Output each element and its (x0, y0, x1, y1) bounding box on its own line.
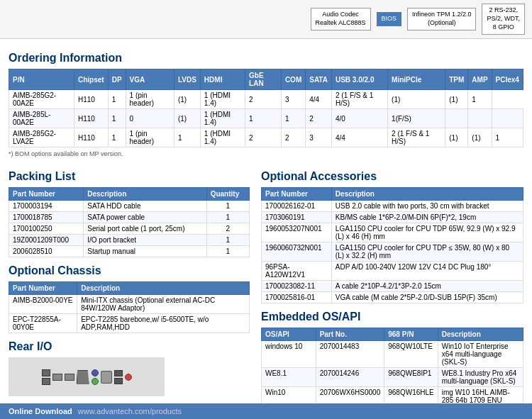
table-cell: 968QW10LTE (384, 341, 438, 368)
accessories-table: Part NumberDescription 1700026162-01USB … (261, 187, 523, 303)
audio-codec-box: Audio Codec Realtek ALC888S (311, 8, 371, 30)
gpio-box: 2 RS-232, PS/2, WDT, 8 GPIO (482, 4, 525, 34)
table-cell: Mini-ITX chassis (Optional external AC-D… (77, 295, 250, 314)
table-cell: 1 (206, 235, 249, 246)
table-row: 1700018785SATA power cable1 (9, 212, 250, 223)
table-row: WE8.12070014246968QWE8IP1WE8.1 Industry … (262, 368, 523, 387)
table-cell: 2 (245, 90, 282, 109)
table-row: 1960053207N001LGA1150 CPU cooler for CPU… (262, 223, 523, 242)
ordering-table: P/NChipsetDPVGALVDSHDMIGbE LANCOMSATAUSB… (9, 69, 523, 147)
table-cell: SATA HDD cable (84, 201, 206, 212)
table-cell: 1 (HDMI 1.4) (200, 109, 245, 128)
packing-col-header: Part Number (9, 188, 84, 201)
table-cell: 1 (pin header) (126, 128, 174, 147)
table-row: 1700003194SATA HDD cable1 (9, 201, 250, 212)
accessories-col-header: Description (331, 188, 523, 201)
ordering-col-header: MiniPCIe (388, 69, 445, 90)
table-cell: 1 (206, 212, 249, 223)
ordering-col-header: TPM (445, 69, 468, 90)
table-cell: 1 (108, 128, 126, 147)
table-cell (492, 109, 523, 128)
bios-box: BIOS (377, 12, 402, 26)
table-cell: 2 (306, 109, 332, 128)
table-cell: H110 (74, 109, 108, 128)
table-cell: (1) (174, 109, 200, 128)
table-cell: WE8.1 (262, 368, 316, 387)
packing-title: Packing List (9, 170, 250, 183)
table-cell: LGA1150 CPU cooler for CPU TDP 65W, 92.9… (331, 223, 523, 242)
os-title: Embedded OS/API (261, 311, 523, 323)
chassis-col-header: Description (77, 282, 250, 295)
table-row: 96PSA-A120W12V1ADP A/D 100-240V 120W 12V… (262, 262, 523, 281)
table-cell: (1) (174, 90, 200, 109)
table-cell: Win10 IoT Enterprise x64 multi-language … (438, 341, 523, 368)
left-column: Packing List Part NumberDescriptionQuant… (9, 163, 250, 419)
table-cell: 1 (492, 128, 523, 147)
os-col-header: Part No. (316, 328, 384, 341)
table-cell: EPC-T2285 barebone,w/ i5-6500TE, w/o ADP… (77, 314, 250, 333)
accessories-title: Optional Accessories (261, 170, 523, 183)
table-cell: 1 (108, 90, 126, 109)
table-cell: Startup manual (84, 246, 206, 257)
chassis-title: Optional Chassis (9, 264, 250, 277)
table-row: 19Z0001209T000I/O port bracket1 (9, 235, 250, 246)
table-cell: 1 (108, 109, 126, 128)
table-cell: 1700100250 (9, 223, 84, 235)
ordering-col-header: SATA (306, 69, 332, 90)
table-cell: 1 (HDMI 1.4) (200, 128, 245, 147)
table-row: 1960060732N001LGA1150 CPU cooler for CPU… (262, 242, 523, 262)
table-cell: ADP A/D 100-240V 120W 12V C14 DC Plug 18… (331, 262, 523, 281)
bottom-bar: Online Download www.advantech.com/produc… (0, 403, 532, 419)
ordering-col-header: PCIex4 (492, 69, 523, 90)
chassis-col-header: Part Number (9, 282, 77, 295)
table-cell: 1 (468, 90, 492, 109)
table-row: 1700026162-01USB 2.0 cable with two port… (262, 201, 523, 212)
table-cell: 4/4 (331, 128, 387, 147)
table-cell: 96PSA-A120W12V1 (262, 262, 332, 281)
top-diagram: Audio Codec Realtek ALC888S BIOS Infineo… (0, 0, 532, 39)
ordering-note: *) BOM options available on MP version. (9, 150, 523, 157)
table-cell: AIMB-285G2-00A2E (9, 90, 74, 109)
table-cell: 2 (1 F/S & 1 H/S) (331, 90, 387, 109)
ordering-title: Ordering Information (9, 52, 523, 65)
table-cell: H110 (74, 90, 108, 109)
table-row: AIMB-285G2-00A2EH11011 (pin header)(1)1 … (9, 90, 523, 109)
table-cell: I/O port bracket (84, 235, 206, 246)
table-cell: 1700023082-11 (262, 281, 332, 292)
table-cell: USB 2.0 cable with two ports, 30 cm with… (331, 201, 523, 212)
table-cell (468, 109, 492, 128)
chassis-table: Part NumberDescription AIMB-B2000-00YEMi… (9, 281, 250, 333)
table-cell (445, 109, 468, 128)
ordering-col-header: GbE LAN (245, 69, 282, 90)
table-cell: (1) (388, 90, 445, 109)
table-cell: 1 (174, 128, 200, 147)
tpm-box: Infineon TPM 1.2/2.0 (Optional) (407, 8, 476, 30)
table-cell: (1) (445, 128, 468, 147)
table-row: 1700025816-01VGA cable (M cable 2*5P-2.0… (262, 292, 523, 303)
table-cell: 4/4 (306, 90, 332, 109)
table-cell: EPC-T22855A-00Y0E (9, 314, 77, 333)
ordering-col-header: LVDS (174, 69, 200, 90)
table-cell: 0 (126, 109, 174, 128)
table-row: AIMB-285L-00A2EH11010(1)1 (HDMI 1.4)1124… (9, 109, 523, 128)
ordering-col-header: USB 3.0/2.0 (331, 69, 387, 90)
table-row: EPC-T22855A-00Y0EEPC-T2285 barebone,w/ i… (9, 314, 250, 333)
table-row: 1700023082-11A cable 2*10P-4.2/1*3P-2.0 … (262, 281, 523, 292)
table-cell: 2070014246 (316, 368, 384, 387)
main-content: Ordering Information P/NChipsetDPVGALVDS… (0, 39, 532, 419)
table-cell: 2070014483 (316, 341, 384, 368)
table-cell: 1700018785 (9, 212, 84, 223)
table-cell: WE8.1 Industry Pro x64 multi-language (S… (438, 368, 523, 387)
table-cell: 1 (pin header) (126, 90, 174, 109)
right-column: Optional Accessories Part NumberDescript… (261, 163, 523, 419)
table-cell: (1) (468, 128, 492, 147)
table-cell: AIMB-285G2-LVA2E (9, 128, 74, 147)
two-col-layout: Packing List Part NumberDescriptionQuant… (9, 163, 523, 419)
packing-col-header: Quantity (206, 188, 249, 201)
ordering-col-header: P/N (9, 69, 74, 90)
table-cell: 1 (206, 201, 249, 212)
table-row: windows 102070014483968QW10LTEWin10 IoT … (262, 341, 523, 368)
table-cell: AIMB-B2000-00YE (9, 295, 77, 314)
table-cell: 1703060191 (262, 212, 332, 223)
table-cell: 1 (206, 246, 249, 257)
